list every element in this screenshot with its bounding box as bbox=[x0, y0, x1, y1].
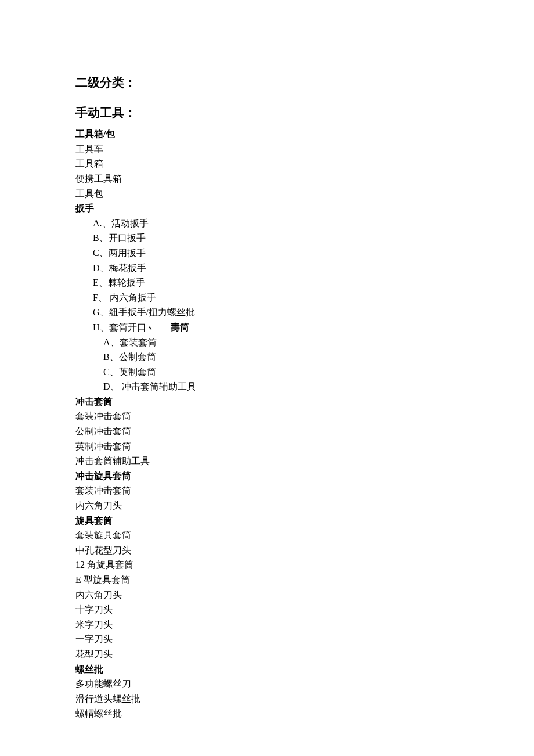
list-item: 公制冲击套筒 bbox=[75, 424, 459, 439]
list-item: C、英制套筒 bbox=[75, 365, 459, 380]
list-item: 内六角刀头 bbox=[75, 498, 459, 513]
list-item: 12 角旋具套筒 bbox=[75, 557, 459, 573]
list-item: D、梅花扳手 bbox=[75, 261, 459, 276]
list-item: 一字刀头 bbox=[75, 632, 459, 647]
category-impact-socket-label: 冲击套筒 bbox=[75, 394, 459, 409]
list-item: 中孔花型刀头 bbox=[75, 543, 459, 558]
list-item: 工具车 bbox=[75, 142, 459, 157]
heading-level-1: 二级分类： bbox=[75, 73, 459, 92]
list-item: E 型旋具套筒 bbox=[75, 573, 459, 588]
list-item: D、 冲击套筒辅助工具 bbox=[75, 379, 459, 394]
heading-level-2: 手动工具： bbox=[75, 103, 459, 123]
document-page: 二级分类： 手动工具： 工具箱/包 工具车 工具箱 便携工具箱 工具包 扳手 A… bbox=[0, 0, 534, 756]
list-item: 米字刀头 bbox=[75, 617, 459, 632]
list-item: 花型刀头 bbox=[75, 647, 459, 662]
list-item: G、纽手扳手/扭力螺丝批 bbox=[75, 305, 459, 320]
list-item: 套装冲击套筒 bbox=[75, 409, 459, 424]
wrench-h-bold: 壽筒 bbox=[171, 322, 189, 332]
list-item: 英制冲击套筒 bbox=[75, 439, 459, 454]
list-item-h: H、套筒开口 s 壽筒 bbox=[75, 320, 459, 335]
list-item: 十字刀头 bbox=[75, 602, 459, 617]
list-item: 工具箱 bbox=[75, 156, 459, 171]
list-item: 套装冲击套筒 bbox=[75, 483, 459, 498]
list-item: A、套装套筒 bbox=[75, 335, 459, 350]
list-item: 螺帽螺丝批 bbox=[75, 706, 459, 721]
list-item: A.、活动扳手 bbox=[75, 216, 459, 231]
list-item: B、公制套筒 bbox=[75, 350, 459, 365]
list-item: 套装旋具套筒 bbox=[75, 528, 459, 543]
category-toolbox-label: 工具箱/包 bbox=[75, 127, 459, 142]
list-item: 滑行道头螺丝批 bbox=[75, 692, 459, 707]
list-item: 内六角刀头 bbox=[75, 588, 459, 603]
category-screwdriver-label: 螺丝批 bbox=[75, 662, 459, 677]
category-spin-socket-label: 旋具套筒 bbox=[75, 513, 459, 528]
list-item: 工具包 bbox=[75, 186, 459, 201]
category-wrench-label: 扳手 bbox=[75, 201, 459, 216]
list-item: E、棘轮扳手 bbox=[75, 275, 459, 290]
list-item: C、两用扳手 bbox=[75, 246, 459, 261]
list-item: 冲击套筒辅助工具 bbox=[75, 453, 459, 469]
list-item: 便携工具箱 bbox=[75, 171, 459, 186]
list-item: B、开口扳手 bbox=[75, 231, 459, 246]
category-impact-spin-socket-label: 冲击旋具套筒 bbox=[75, 469, 459, 484]
list-item: 多功能螺丝刀 bbox=[75, 676, 459, 692]
wrench-h-prefix: H、套筒开口 s bbox=[93, 322, 152, 332]
list-item: F、 内六角扳手 bbox=[75, 290, 459, 305]
